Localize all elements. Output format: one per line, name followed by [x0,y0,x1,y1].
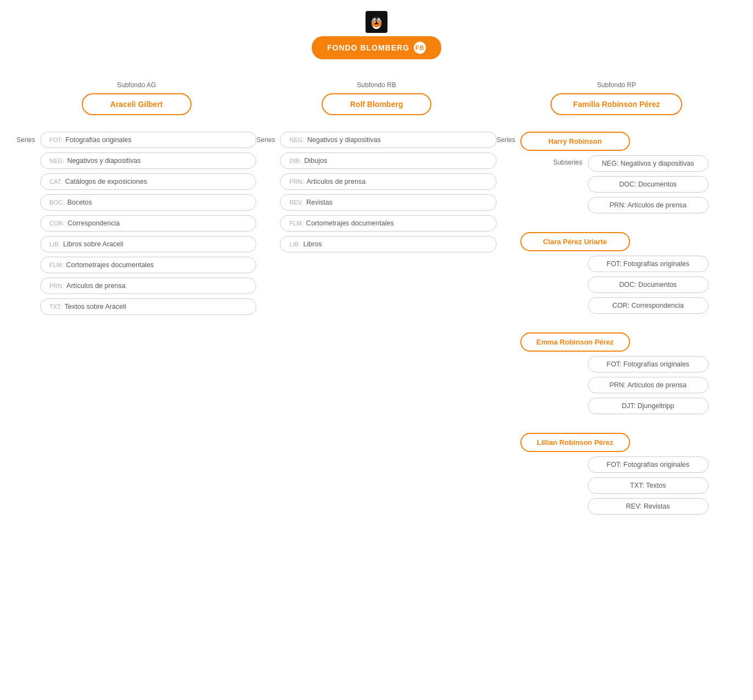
series-rb-label: Series [256,136,276,144]
subfondo-rp-label: Subfondo RP [497,81,737,89]
clara-subseries-list: FOT: Fotografías originales DOC: Documen… [588,256,709,314]
rb-neg[interactable]: NEG: Negativos y diapositivas [280,132,496,148]
series-ag-list: FOT: Fotografías originales NEG: Negativ… [40,132,256,315]
svg-point-6 [377,20,378,21]
series-ag-row: Series FOT: Fotografías originales NEG: … [16,132,256,315]
series-rb-row: Series NEG: Negativos y diapositivas DIB… [256,132,496,252]
column-ag: Subfondo AG Araceli Gilbert Series FOT: … [16,81,256,315]
ag-boc[interactable]: BOC: Bocetos [40,194,256,211]
clara-perez-button[interactable]: Clara Pérez Uriarte [520,232,630,251]
lillian-txt[interactable]: TXT: Textos [588,477,709,494]
harry-subseries-list: NEG: Negativos y diapositivas DOC: Docum… [588,155,709,213]
penguin-logo [366,11,387,33]
series-rp-row: Series Harry Robinson Subseries NEG: Neg… [497,132,737,524]
svg-point-10 [374,21,376,24]
ag-fot[interactable]: FOT: Fotografías originales [40,132,256,148]
emma-fot[interactable]: FOT: Fotografías originales [588,356,709,372]
subfondo-ag-label: Subfondo AG [117,81,156,89]
emma-prn[interactable]: PRN: Artículos de prensa [588,377,709,393]
fondo-badge: FB [414,42,426,54]
emma-robinson-button[interactable]: Emma Robinson Pérez [520,332,630,352]
rb-lib[interactable]: LIB: Libros [280,236,496,252]
ag-flm[interactable]: FLM: Cortometrajes documentales [40,257,256,273]
rb-prn[interactable]: PRN: Artículos de prensa [280,173,496,190]
lillian-subseries-list: FOT: Fotografías originales TXT: Textos … [588,456,709,515]
harry-robinson-button[interactable]: Harry Robinson [520,132,630,151]
clara-cor[interactable]: COR: Correspondencia [588,297,709,314]
clara-doc[interactable]: DOC: Documentos [588,276,709,293]
svg-point-9 [378,21,381,26]
fondo-label: FONDO BLOMBERG [327,43,409,52]
top-section: FONDO BLOMBERG FB [0,11,753,59]
ag-cor[interactable]: COR: Correspondencia [40,215,256,232]
lillian-rev[interactable]: REV: Revistas [588,498,709,515]
subfondo-rb-label: Subfondo RB [357,81,396,89]
svg-point-11 [377,21,379,24]
lillian-fot[interactable]: FOT: Fotografías originales [588,456,709,473]
columns-container: Subfondo AG Araceli Gilbert Series FOT: … [0,81,753,524]
emma-robinson-section: Emma Robinson Pérez FOT: Fotografías ori… [520,332,737,419]
subseries-harry-label: Subseries [553,159,583,166]
lillian-subseries: FOT: Fotografías originales TXT: Textos … [553,456,737,515]
harry-prn[interactable]: PRN: Artículos de prensa [588,197,709,213]
svg-point-5 [374,20,375,21]
series-rp-label: Series [497,136,516,144]
lillian-robinson-button[interactable]: Lillian Robinson Pérez [520,433,630,452]
ag-cat[interactable]: CAT: Catálogos de exposiciones [40,173,256,190]
series-ag-label: Series [16,136,36,144]
series-rb-list: NEG: Negativos y diapositivas DIB: Dibuj… [280,132,496,252]
emma-subseries: FOT: Fotografías originales PRN: Artícul… [553,356,737,414]
rolf-blomberg-button[interactable]: Rolf Blomberg [322,93,431,115]
clara-subseries: FOT: Fotografías originales DOC: Documen… [553,256,737,314]
clara-perez-section: Clara Pérez Uriarte FOT: Fotografías ori… [520,232,737,318]
rb-rev[interactable]: REV: Revistas [280,194,496,211]
harry-subseries: Subseries NEG: Negativos y diapositivas … [553,155,737,213]
araceli-gilbert-button[interactable]: Araceli Gilbert [82,93,192,115]
ag-prn[interactable]: PRN: Artículos de prensa [40,278,256,294]
harry-doc[interactable]: DOC: Documentos [588,176,709,193]
clara-fot[interactable]: FOT: Fotografías originales [588,256,709,272]
ag-lib[interactable]: LIB: Libros sobre Araceli [40,236,256,252]
rb-flm[interactable]: FLM: Cortometrajes documentales [280,215,496,232]
familia-robinson-button[interactable]: Familia Robinson Pérez [550,93,682,115]
ag-txt[interactable]: TXT: Textos sobre Araceli [40,298,256,315]
rb-dib[interactable]: DIB: Dibujos [280,153,496,169]
fondo-blomberg-button[interactable]: FONDO BLOMBERG FB [312,36,441,59]
persons-list: Harry Robinson Subseries NEG: Negativos … [520,132,737,524]
lillian-robinson-section: Lillian Robinson Pérez FOT: Fotografías … [520,433,737,519]
emma-subseries-list: FOT: Fotografías originales PRN: Artícul… [588,356,709,414]
harry-robinson-section: Harry Robinson Subseries NEG: Negativos … [520,132,737,218]
column-rb: Subfondo RB Rolf Blomberg Series NEG: Ne… [256,81,496,252]
svg-point-8 [372,21,375,26]
column-rp: Subfondo RP Familia Robinson Pérez Serie… [497,81,737,524]
page-wrapper: FONDO BLOMBERG FB Subfondo AG Araceli Gi… [0,0,753,535]
ag-neg[interactable]: NEG: Negativos y diapositivas [40,153,256,169]
harry-neg[interactable]: NEG: Negativos y diapositivas [588,155,709,172]
emma-djt[interactable]: DJT: Djungeltripp [588,398,709,414]
